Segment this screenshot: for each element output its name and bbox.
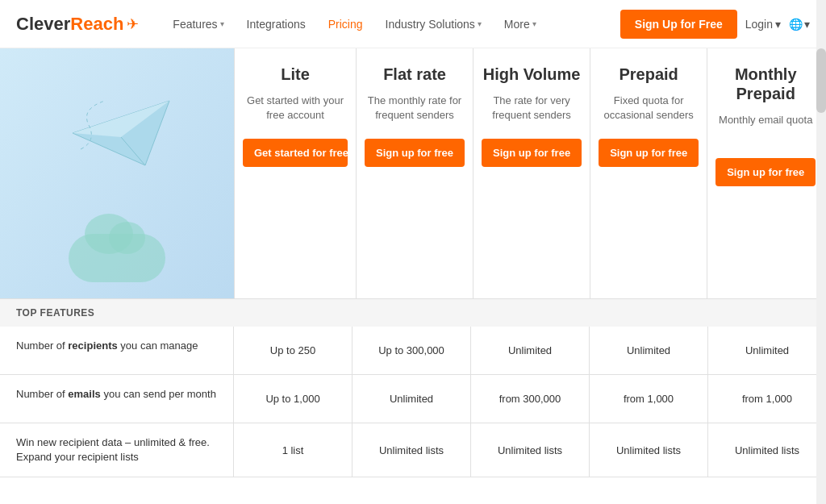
login-button[interactable]: Login ▾ <box>745 18 781 31</box>
signup-button[interactable]: Sign Up for Free <box>620 10 737 39</box>
scrollbar-thumb[interactable] <box>816 48 826 113</box>
plan-cta-prepaid[interactable]: Sign up for free <box>599 139 699 167</box>
feature-value-emails-highvolume: from 300,000 <box>471 375 590 423</box>
feature-value-lists-highvolume: Unlimited lists <box>471 423 590 477</box>
top-features-header: TOP FEATURES <box>0 299 826 327</box>
feature-value-lists-lite: 1 list <box>234 423 353 477</box>
nav-links: Features ▾ Integrations Pricing Industry… <box>163 11 620 37</box>
plan-monthlyprepaid: Monthly Prepaid Monthly email quota Sign… <box>707 48 824 298</box>
chevron-down-icon: ▾ <box>478 19 482 28</box>
table-row: Win new recipient data – unlimited & fre… <box>0 423 826 477</box>
nav-features[interactable]: Features ▾ <box>163 11 233 37</box>
feature-value-emails-prepaid: from 1,000 <box>590 375 708 423</box>
navbar-right: Sign Up for Free Login ▾ 🌐 ▾ <box>620 10 810 39</box>
chevron-down-icon: ▾ <box>775 18 781 31</box>
chevron-down-icon: ▾ <box>804 18 810 31</box>
nav-industry-solutions[interactable]: Industry Solutions ▾ <box>376 11 491 37</box>
feature-value-lists-prepaid: Unlimited lists <box>590 423 708 477</box>
plan-prepaid: Prepaid Fixed quota for occasional sende… <box>590 48 707 298</box>
nav-integrations[interactable]: Integrations <box>237 11 315 37</box>
plan-name-monthlyprepaid: Monthly Prepaid <box>715 65 816 103</box>
feature-value-recipients-lite: Up to 250 <box>234 327 353 374</box>
plan-cta-monthlyprepaid[interactable]: Sign up for free <box>715 158 816 186</box>
feature-value-recipients-monthlyprepaid: Unlimited <box>708 327 826 374</box>
feature-value-emails-lite: Up to 1,000 <box>234 375 353 423</box>
plan-desc-flatrate: The monthly rate for frequent senders <box>365 94 465 126</box>
feature-label-lists: Win new recipient data – unlimited & fre… <box>0 423 234 477</box>
plan-desc-highvolume: The rate for very frequent senders <box>482 94 582 126</box>
plan-cta-highvolume[interactable]: Sign up for free <box>482 139 582 167</box>
plan-cta-lite[interactable]: Get started for free <box>243 139 348 167</box>
scrollbar[interactable] <box>816 0 826 477</box>
plan-cta-flatrate[interactable]: Sign up for free <box>365 139 465 167</box>
navbar: CleverReach ✈ Features ▾ Integrations Pr… <box>0 0 826 48</box>
top-features-label: TOP FEATURES <box>16 307 94 319</box>
feature-value-emails-monthlyprepaid: from 1,000 <box>708 375 826 423</box>
plan-flatrate: Flat rate The monthly rate for frequent … <box>356 48 473 298</box>
main-content: Lite Get started with your free account … <box>0 48 826 477</box>
pricing-columns: Lite Get started with your free account … <box>234 48 816 298</box>
globe-icon: 🌐 <box>789 18 803 31</box>
paper-plane-icon <box>65 93 177 173</box>
nav-more[interactable]: More ▾ <box>494 11 546 37</box>
plan-desc-monthlyprepaid: Monthly email quota <box>719 113 812 145</box>
feature-value-lists-monthlyprepaid: Unlimited lists <box>708 423 826 477</box>
plan-name-prepaid: Prepaid <box>619 65 678 84</box>
feature-label-emails: Number of emails you can send per month <box>0 375 234 423</box>
nav-pricing[interactable]: Pricing <box>319 11 373 37</box>
logo-icon: ✈ <box>127 15 139 33</box>
hero-left <box>0 48 234 298</box>
features-table: TOP FEATURES Number of recipients you ca… <box>0 298 826 477</box>
feature-value-emails-flatrate: Unlimited <box>353 375 471 423</box>
feature-value-recipients-highvolume: Unlimited <box>471 327 590 374</box>
plan-highvolume: High Volume The rate for very frequent s… <box>473 48 590 298</box>
chevron-down-icon: ▾ <box>532 19 536 28</box>
feature-value-recipients-prepaid: Unlimited <box>590 327 708 374</box>
feature-label-recipients: Number of recipients you can manage <box>0 327 234 374</box>
plan-desc-lite: Get started with your free account <box>243 94 348 126</box>
feature-value-lists-flatrate: Unlimited lists <box>353 423 471 477</box>
table-row: Number of recipients you can manage Up t… <box>0 327 826 375</box>
table-row: Number of emails you can send per month … <box>0 375 826 423</box>
plan-desc-prepaid: Fixed quota for occasional senders <box>599 94 699 126</box>
hero-area: Lite Get started with your free account … <box>0 48 826 298</box>
plan-name-highvolume: High Volume <box>483 65 581 84</box>
feature-value-recipients-flatrate: Up to 300,000 <box>353 327 471 374</box>
plan-name-flatrate: Flat rate <box>383 65 446 84</box>
logo[interactable]: CleverReach ✈ <box>16 14 139 35</box>
language-selector[interactable]: 🌐 ▾ <box>789 18 810 31</box>
chevron-down-icon: ▾ <box>220 19 224 28</box>
plan-lite: Lite Get started with your free account … <box>234 48 356 298</box>
plan-name-lite: Lite <box>281 65 310 84</box>
cloud-shape <box>69 234 165 282</box>
